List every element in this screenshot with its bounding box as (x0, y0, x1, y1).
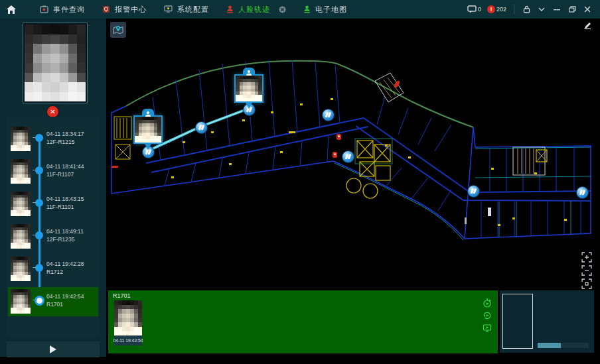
capture-image (114, 300, 142, 335)
tab-label: 事件查询 (53, 5, 85, 15)
capture-time: 04-11 19:42:54 (46, 293, 84, 300)
popup-face-image (135, 117, 161, 143)
capture-card[interactable]: 04-11 19:42:54 (114, 300, 142, 345)
trajectory-point-marker[interactable] (195, 121, 208, 134)
playback-progress-bar[interactable] (538, 343, 589, 348)
face-capture-popup[interactable] (234, 74, 263, 103)
fire-equipment-icon (333, 152, 337, 158)
dropdown-button[interactable] (537, 7, 546, 11)
capture-thumbnail (11, 289, 31, 314)
divider (514, 5, 514, 14)
trajectory-point-marker[interactable] (576, 186, 589, 199)
event-query-icon (40, 5, 48, 13)
lock-icon (523, 5, 530, 13)
tab-electronic-map[interactable]: 电子地图 (303, 5, 347, 15)
capture-thumbnail (11, 192, 31, 216)
timeline-entry[interactable]: 04-11 18:49:1112F-R1235 (8, 222, 98, 251)
map-zoom-out-button[interactable] (581, 265, 592, 278)
popup-tail (145, 144, 151, 150)
close-tab-icon[interactable] (279, 6, 286, 13)
tab-alarm-center[interactable]: 报警中心 (102, 5, 147, 15)
message-icon (467, 5, 477, 13)
trajectory-point-marker[interactable] (322, 109, 335, 121)
timeline-entry-selected[interactable]: 04-11 19:42:54R1701 (8, 287, 98, 316)
chevron-down-icon (538, 7, 545, 11)
play-icon (50, 345, 56, 353)
tab-event-query[interactable]: 事件查询 (40, 5, 85, 15)
panel-actions (483, 298, 492, 333)
capture-thumbnail (11, 159, 31, 184)
target-face-image (25, 25, 86, 101)
trajectory-point-marker[interactable] (467, 185, 480, 198)
map-reset-view-button[interactable] (581, 278, 592, 292)
app-window: 事件查询 报警中心 系统配置 人脸轨迹 (0, 0, 600, 364)
timeline-node-icon (35, 296, 44, 306)
tab-face-trajectory[interactable]: 人脸轨迹 (226, 5, 286, 15)
close-button[interactable] (583, 6, 592, 13)
capture-time: 04-11 18:49:11 (46, 228, 84, 235)
face-capture-popup[interactable] (133, 115, 163, 144)
remove-target-button[interactable]: ✕ (47, 106, 58, 117)
capture-thumbnail (11, 224, 31, 249)
topbar: 事件查询 报警中心 系统配置 人脸轨迹 (0, 0, 600, 19)
capture-location: 11F-R1101 (46, 204, 74, 210)
topbar-right: 0 ! 202 (467, 5, 600, 14)
minimize-button[interactable] (552, 6, 562, 13)
alert-count: 202 (496, 6, 506, 13)
tab-system-config[interactable]: 系统配置 (164, 5, 209, 15)
fire-equipment-icon (337, 134, 341, 140)
replay-button[interactable] (483, 311, 492, 320)
video-panel (500, 290, 594, 353)
edit-map-button[interactable] (583, 21, 592, 33)
capture-location: 12F-R1215 (46, 139, 75, 145)
tab-label: 报警中心 (115, 5, 147, 15)
timeline-entry[interactable]: 04-11 18:34:1712F-R1215 (8, 125, 98, 154)
capture-location: 12F-R1235 (46, 236, 75, 243)
home-icon (6, 5, 17, 15)
capture-detail-panel: R1701 04-11 19:42:54 (108, 290, 498, 353)
message-count: 0 (478, 6, 481, 13)
map-select-button[interactable] (110, 22, 126, 38)
play-trajectory-button[interactable] (7, 341, 100, 357)
capture-time: 04-11 18:43:15 (46, 196, 84, 202)
capture-thumbnail (11, 257, 31, 281)
tab-label: 系统配置 (177, 5, 209, 15)
map-area: R1701 04-11 19:42:54 (106, 19, 600, 364)
monitor-play-icon (483, 324, 492, 333)
trajectory-point-marker[interactable] (342, 151, 354, 163)
pencil-icon (583, 21, 592, 30)
popup-face-image (236, 76, 262, 101)
capture-time: 04-11 18:41:44 (46, 163, 84, 170)
tab-label: 电子地图 (315, 5, 347, 15)
person-icon (142, 109, 154, 117)
capture-thumbnail (11, 127, 31, 151)
message-indicator[interactable]: 0 (467, 5, 481, 13)
maximize-button[interactable] (567, 6, 577, 13)
popup-tail (246, 103, 252, 109)
map-zoom-in-button[interactable] (581, 252, 592, 265)
home-button[interactable] (0, 5, 23, 15)
person-icon (243, 68, 255, 76)
alert-icon: ! (487, 5, 495, 13)
alert-indicator[interactable]: ! 202 (487, 5, 506, 13)
capture-location: R1701 (46, 301, 63, 308)
timeline-entry[interactable]: 04-11 18:43:1511F-R1101 (8, 190, 98, 219)
timeline-entry[interactable]: 04-11 18:41:4411F-R1107 (8, 157, 98, 186)
panel-title: R1701 (113, 292, 131, 299)
progress-fill (538, 343, 561, 348)
tab-label: 人脸轨迹 (238, 5, 270, 15)
face-trajectory-icon (226, 5, 234, 14)
map-pin-icon (113, 25, 123, 35)
alarm-center-icon (102, 5, 110, 13)
timeline-entry[interactable]: 04-11 19:42:28R1712 (8, 255, 98, 284)
video-placeholder[interactable] (502, 294, 533, 349)
lock-button[interactable] (522, 5, 531, 13)
capture-timestamp: 04-11 19:42:54 (114, 335, 142, 345)
instant-playback-button[interactable] (483, 298, 492, 308)
capture-location: R1712 (46, 269, 63, 275)
zoom-out-icon (581, 265, 592, 276)
timeline-node-icon (35, 264, 43, 272)
live-video-button[interactable] (483, 324, 492, 333)
capture-time: 04-11 19:42:28 (46, 261, 84, 267)
capture-time: 04-11 18:34:17 (46, 131, 84, 137)
